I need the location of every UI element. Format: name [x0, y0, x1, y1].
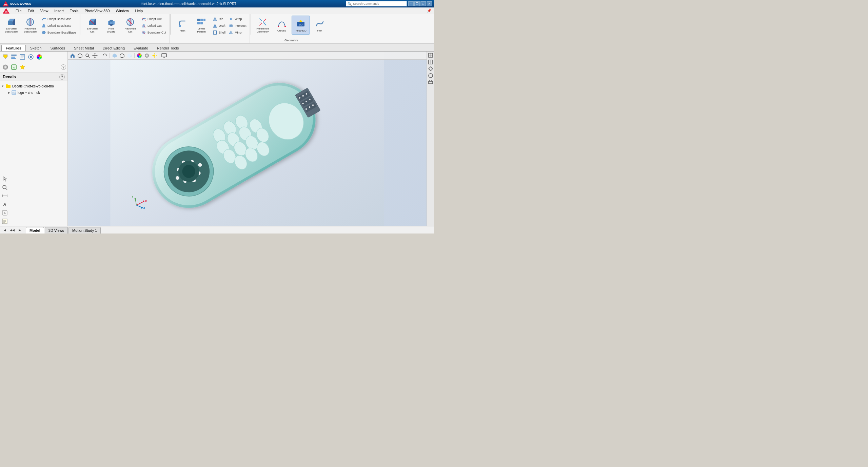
reference-geometry-button[interactable]: ReferenceGeometry — [254, 16, 272, 35]
maximize-button[interactable]: □ — [420, 1, 426, 6]
lofted-cut-button[interactable]: Lofted Cut — [140, 22, 167, 29]
search-bar[interactable]: 🔍 — [346, 1, 407, 6]
rp-view4-button[interactable] — [428, 73, 434, 79]
feature-tree-button[interactable] — [10, 53, 18, 61]
rp-view5-button[interactable] — [428, 79, 434, 85]
flex-icon — [314, 18, 325, 29]
hole-wizard-button[interactable]: HoleWizard — [102, 16, 120, 35]
menu-photoview[interactable]: PhotoView 360 — [82, 8, 113, 14]
vp-zoom-button[interactable] — [84, 52, 91, 59]
note-tool[interactable] — [1, 217, 9, 225]
tab-render-tools[interactable]: Render Tools — [153, 45, 183, 51]
vp-wireframe-button[interactable] — [119, 52, 125, 59]
vp-isometric-button[interactable] — [77, 52, 83, 59]
tab-model[interactable]: Model — [26, 227, 44, 234]
lights-btn[interactable] — [18, 63, 26, 71]
menu-help[interactable]: Help — [133, 8, 146, 14]
shell-button[interactable]: Shell — [211, 29, 226, 36]
rib-button[interactable]: Rib — [211, 16, 226, 22]
vp-shaded-button[interactable] — [126, 52, 133, 59]
menu-tools[interactable]: Tools — [67, 8, 81, 14]
svg-marker-11 — [42, 24, 45, 27]
hole-wizard-label: HoleWizard — [107, 27, 116, 34]
decals-root-item[interactable]: ▼ Decals (thiet-ke-vo-dien-tho — [1, 83, 66, 89]
draft-button[interactable]: Draft — [211, 22, 226, 29]
instant3d-button[interactable]: 3D Instant3D — [292, 16, 310, 35]
menu-edit[interactable]: Edit — [25, 8, 37, 14]
intersect-button[interactable]: Intersect — [227, 22, 248, 29]
decal-view-btn[interactable]: A — [10, 63, 18, 71]
sketch-select-tool[interactable] — [1, 175, 9, 183]
zoom-select-tool[interactable] — [1, 183, 9, 191]
logo-chu-item[interactable]: ▶ img logo + chu - ok — [8, 89, 66, 96]
help-left-btn[interactable]: ? — [61, 64, 66, 70]
scene-btn[interactable] — [1, 63, 9, 71]
decals-tree: ▼ Decals (thiet-ke-vo-dien-tho ▶ img log… — [0, 81, 67, 174]
vp-monitor-button[interactable] — [161, 52, 167, 59]
nav-next-button[interactable]: ▶ — [16, 227, 23, 234]
boundary-boss-button[interactable]: Boundary Boss/Base — [40, 29, 77, 36]
rp-view2-button[interactable] — [428, 59, 434, 65]
restore-button[interactable]: ❐ — [414, 1, 420, 6]
svg-marker-38 — [213, 24, 217, 27]
close-button[interactable]: ✕ — [427, 1, 432, 6]
vp-home-button[interactable] — [69, 52, 76, 59]
linear-pattern-label: LinearPattern — [197, 27, 206, 34]
decals-help-button[interactable]: ? — [59, 74, 65, 80]
config-manager-button[interactable] — [27, 53, 35, 61]
menu-view[interactable]: View — [38, 8, 51, 14]
tab-motion-study-1[interactable]: Motion Study 1 — [68, 227, 101, 234]
revolved-boss-button[interactable]: RevolvedBoss/Base — [21, 16, 39, 35]
selection-filter-button[interactable] — [1, 53, 9, 61]
tab-sketch[interactable]: Sketch — [26, 45, 46, 51]
reference-geometry-icon — [257, 17, 268, 27]
search-input[interactable] — [353, 2, 405, 5]
revolved-cut-button[interactable]: RevolvedCut — [121, 16, 139, 35]
extruded-boss-button[interactable]: ExtrudedBoss/Base — [2, 16, 20, 35]
boundary-cut-button[interactable]: Boundary Cut — [140, 29, 167, 36]
rp-view3-button[interactable] — [428, 66, 434, 72]
mirror-button[interactable]: Mirror — [227, 29, 248, 36]
menu-insert[interactable]: Insert — [52, 8, 66, 14]
nav-prev-button[interactable]: ◀ — [1, 227, 8, 234]
tab-evaluate[interactable]: Evaluate — [129, 45, 153, 51]
svg-point-87 — [86, 54, 88, 57]
vp-appearance-button[interactable] — [136, 52, 143, 59]
sketch-tool-b[interactable]: A — [1, 209, 9, 217]
tab-sheet-metal[interactable]: Sheet Metal — [70, 45, 98, 51]
extruded-cut-button[interactable]: ExtrudedCut — [83, 16, 101, 35]
vp-lights-button[interactable] — [151, 52, 158, 59]
flex-button[interactable]: Flex — [311, 16, 329, 35]
tab-surfaces[interactable]: Surfaces — [46, 45, 70, 51]
tab-features[interactable]: Features — [1, 45, 26, 51]
dimension-tool[interactable] — [1, 192, 9, 200]
menu-window[interactable]: Window — [113, 8, 132, 14]
swept-cut-button[interactable]: Swept Cut — [140, 16, 167, 22]
swept-boss-button[interactable]: Swept Boss/Base — [40, 16, 77, 22]
vp-pan-button[interactable] — [92, 52, 98, 59]
viewport[interactable]: X Y Z — [68, 52, 427, 226]
svg-marker-92 — [97, 55, 98, 56]
appearance-button[interactable] — [35, 53, 43, 61]
vp-rotate-button[interactable] — [101, 52, 108, 59]
wrap-button[interactable]: Wrap — [227, 16, 248, 22]
property-manager-button[interactable] — [18, 53, 26, 61]
swept-boss-icon — [41, 16, 46, 22]
pin-button[interactable]: 📌 — [426, 7, 433, 14]
linear-pattern-button[interactable]: LinearPattern — [192, 16, 211, 35]
vp-scene-button[interactable] — [143, 52, 150, 59]
lofted-boss-button[interactable]: Lofted Boss/Base — [40, 22, 77, 29]
curves-button[interactable]: Curves — [273, 16, 291, 35]
nav-start-button[interactable]: ◀◀ — [9, 227, 16, 234]
tab-direct-editing[interactable]: Direct Editing — [98, 45, 129, 51]
menu-file[interactable]: File — [13, 8, 24, 14]
sketch-tool-a[interactable]: A — [1, 200, 9, 208]
svg-text:X: X — [145, 200, 147, 203]
svg-rect-10 — [44, 18, 46, 19]
vp-display-button[interactable] — [111, 52, 118, 59]
tab-3d-views[interactable]: 3D Views — [45, 227, 68, 234]
minimize-button[interactable]: − — [408, 1, 414, 6]
lofted-cut-label: Lofted Cut — [147, 24, 162, 27]
rp-view1-button[interactable] — [428, 52, 434, 58]
fillet-button[interactable]: Fillet — [173, 16, 192, 35]
